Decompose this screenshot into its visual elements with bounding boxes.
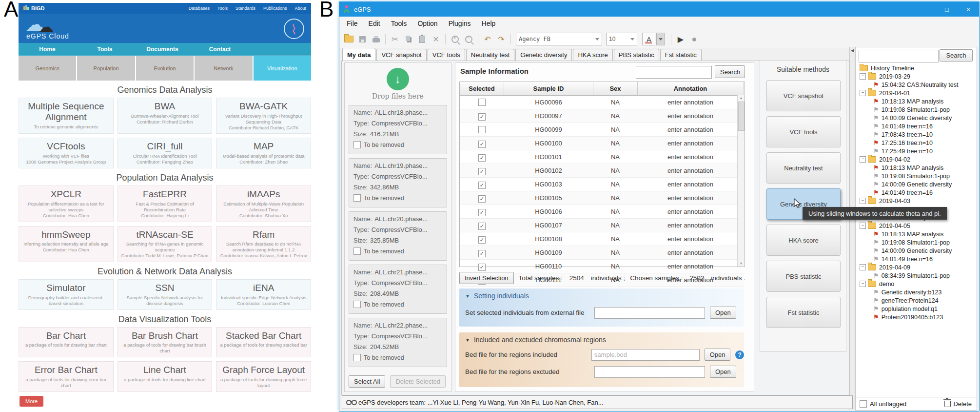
tab-fst-statistic[interactable]: Fst statistic [660,49,702,61]
row-checkbox[interactable]: ✓ [478,250,486,257]
run-icon[interactable]: ▶ [674,33,687,45]
history-search-input[interactable] [859,50,939,62]
menu-tools[interactable]: Tools [386,20,412,27]
annotation-cell[interactable]: enter annotation [638,246,744,260]
region-bed-input[interactable] [591,349,700,361]
font-size-select[interactable]: 10 [606,33,637,45]
row-checkbox[interactable]: ✓ [478,209,486,216]
expander-icon[interactable]: − [860,281,866,287]
tree-group[interactable]: −demo [857,280,976,288]
tool-card[interactable]: Line Charta package of tools for drawing… [118,361,213,392]
bigd-brand[interactable]: BIGD [23,5,45,11]
tool-card[interactable]: SimulatorDemography builder and coalesce… [19,279,114,310]
tree-item[interactable]: ⚑10:19:08 Simulator:1-pop [857,105,976,114]
maximize-button[interactable]: □ [936,2,958,17]
collapse-arrow-icon[interactable]: ▼ [465,293,470,299]
topbar-menu-item[interactable]: About [294,6,306,11]
help-icon[interactable]: ? [735,350,744,359]
tree-item[interactable]: ⚑17:25:16 tree:n=10 [857,139,976,147]
menu-option[interactable]: Option [412,20,443,27]
expander-icon[interactable]: − [860,73,866,80]
to-be-removed-checkbox[interactable] [353,141,361,148]
region-open-button[interactable]: Open [710,366,736,378]
nav-item-home[interactable]: Home [19,46,76,53]
tree-item[interactable]: ⚑poplulation model:q1 [857,305,976,313]
row-checkbox[interactable]: ✓ [478,236,486,244]
tab-neutrality-test[interactable]: Neutrality test [466,49,514,61]
row-checkbox[interactable] [478,126,486,133]
method-neutrality-test[interactable]: Neutrality test [766,152,841,184]
tree-item[interactable]: ⚑10:18:13 MAP analysis [857,164,976,172]
nav-item-contact[interactable]: Contact [191,46,249,53]
close-button[interactable]: × [958,2,979,17]
annotation-cell[interactable]: enter annotation [638,109,744,123]
tool-card[interactable]: FastEPRRFast & Precise Estimation of Rec… [118,185,213,222]
annotation-cell[interactable]: enter annotation [638,232,744,246]
tool-card[interactable]: Graph Force Layouta package of tools for… [216,361,311,392]
method-vcf-tools[interactable]: VCF tools [766,116,841,147]
tool-card[interactable]: SSNSample-Specific Network analysis for … [118,279,213,310]
tool-card[interactable]: Bar Charta package of tools for drawing … [19,327,114,358]
expander-icon[interactable]: − [860,264,866,270]
row-checkbox[interactable]: ✓ [478,223,486,230]
sample-search-button[interactable]: Search [715,65,745,78]
tab-network[interactable]: Network [195,56,252,81]
cut-icon[interactable]: ✂ [389,33,401,45]
save-icon[interactable] [356,33,369,45]
region-bed-input[interactable] [594,366,705,378]
tree-item[interactable]: ⚑10:19:08 Simulator:1-pop [857,172,976,180]
to-be-removed-checkbox[interactable] [353,354,361,361]
row-checkbox[interactable] [478,99,486,106]
annotation-cell[interactable]: enter annotation [638,96,744,109]
topbar-menu-item[interactable]: Databases [189,6,210,11]
method-hka-score[interactable]: HKA score [766,225,841,256]
paste-icon[interactable] [416,33,429,45]
tool-card[interactable]: RfamSearch Rfam database to do ncRNA ann… [216,226,311,262]
tree-item[interactable]: ⚑14:01:49 tree:n=16 [857,255,976,263]
to-be-removed-checkbox[interactable] [353,194,361,202]
topbar-menu-item[interactable]: Tools [217,6,228,11]
tree-item[interactable]: ⚑17:08:43 tree:n=10 [857,130,976,139]
copy-icon[interactable] [402,33,415,45]
annotation-cell[interactable]: enter annotation [638,137,744,150]
tree-item[interactable]: ⚑Genetic diversity:b123 [857,288,976,296]
titlebar[interactable]: eGPS — □ × [339,2,979,17]
tree-item[interactable]: ⚑15:04:32 CAS:Neutrality test [857,81,976,89]
minimize-button[interactable]: — [915,2,936,17]
tool-card[interactable]: CIRI_fullCircular RNA Identification Too… [118,138,213,168]
to-be-removed-checkbox[interactable] [353,301,361,308]
panel-splitter[interactable]: ◀ [849,47,855,410]
tree-item[interactable]: ⚑Protein20190405:b123 [857,313,976,321]
file-drop-area[interactable]: ↓ Drop files here [345,63,451,105]
tab-vcf-snapshot[interactable]: VCF snapshot [376,49,426,61]
tool-card[interactable]: iENAIndividual-specific Edge-Network Ana… [216,279,311,310]
tab-my-data[interactable]: My data [342,48,375,61]
tree-item[interactable]: ⚑14:01:49 tree:n=16 [857,188,976,197]
expander-icon[interactable]: − [860,156,866,163]
font-color-button[interactable]: A [642,33,655,45]
tree-root[interactable]: History Timeline [857,64,976,72]
menu-plugins[interactable]: Plugins [443,20,476,27]
tab-genomics[interactable]: Genomics [19,56,76,81]
nav-item-documents[interactable]: Documents [134,46,191,53]
method-vcf-snapshot[interactable]: VCF snapshot [766,80,841,111]
more-button[interactable]: More [20,396,43,407]
nav-item-tools[interactable]: Tools [76,46,134,53]
method-fst-statistic[interactable]: Fst statistic [766,297,841,328]
tool-card[interactable]: tRNAscan-SESearching for tRNA genes in g… [118,226,213,262]
all-unflagged-checkbox[interactable] [860,400,867,408]
column-header-sample-id[interactable]: Sample ID [504,82,593,96]
tree-group[interactable]: −2019-04-05 [857,222,976,230]
tab-population[interactable]: Population [77,56,135,81]
external-file-input[interactable] [594,307,705,319]
column-header-annotation[interactable]: Annotation [638,82,744,96]
menu-edit[interactable]: Edit [363,20,386,27]
print-icon[interactable] [370,33,382,45]
annotation-cell[interactable]: enter annotation [638,123,744,137]
expander-icon[interactable]: − [860,198,866,204]
history-search-button[interactable]: Search [940,49,973,62]
tree-group[interactable]: −2019-04-02 [857,155,976,164]
tree-item[interactable]: ⚑14:00:09 Genetic diversity [857,247,976,255]
tab-hka-score[interactable]: HKA score [573,49,612,61]
annotation-cell[interactable]: enter annotation [638,219,744,232]
